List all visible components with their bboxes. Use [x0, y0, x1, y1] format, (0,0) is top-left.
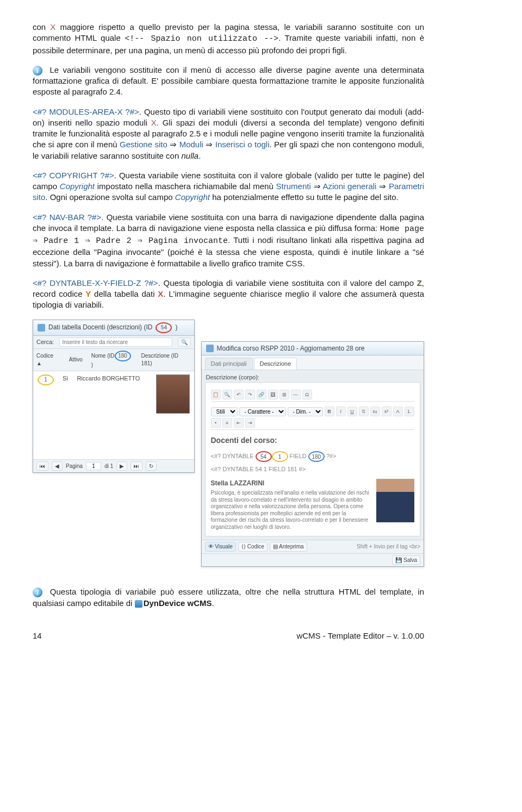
tab-descrizione[interactable]: Descrizione [254, 358, 297, 370]
search-toolbar: Cerca: 🔍 [33, 336, 194, 349]
id-circle-1: 1 [38, 374, 54, 385]
avatar [156, 374, 190, 414]
screenshot-composite: Dati tabella Docenti (descrizioni) (ID 5… [33, 320, 424, 567]
window-titlebar: Dati tabella Docenti (descrizioni) (ID 5… [33, 320, 194, 336]
align-icon[interactable]: ≡ [222, 418, 232, 428]
save-bar: 💾 Salva [202, 553, 424, 567]
rich-text-editor[interactable]: 📋 🔍 ↶ ↷ 🔗 🖼 ⊞ ― Ω Stili - Carattere - - … [205, 382, 421, 536]
paragraph-modules-area: <#? MODULES-AREA-X ?#>. Questo tipo di v… [33, 107, 424, 161]
docente-bio: Psicologa, è specializzata nell'analisi … [211, 490, 371, 530]
size-select[interactable]: - Dim. - [288, 407, 323, 416]
bold-icon[interactable]: B [325, 407, 334, 416]
undo-icon[interactable]: ↶ [234, 390, 244, 399]
editor-hint: Shift + Invio per il tag <br> [357, 543, 420, 551]
next-page-icon[interactable]: ▶ [116, 461, 127, 471]
doc-title-footer: wCMS - Template Editor – v. 1.0.00 [296, 630, 424, 641]
avatar [376, 479, 414, 522]
strike-icon[interactable]: S [359, 407, 369, 416]
underline-icon[interactable]: U [347, 407, 357, 416]
id-circle-180: 180 [115, 351, 131, 361]
info-icon [33, 66, 42, 76]
table-row[interactable]: 1 Sì Riccardo BORGHETTO [33, 371, 194, 459]
outdent-icon[interactable]: ⇤ [234, 418, 244, 428]
prev-page-icon[interactable]: ◀ [52, 461, 63, 471]
page-footer: 14 wCMS - Template Editor – v. 1.0.00 [33, 630, 424, 641]
paragraph-1: con X maggiore rispetto a quello previst… [33, 22, 424, 56]
color-icon[interactable]: A [393, 407, 403, 416]
dyntable-tag-2: <#? DYNTABLE 54 1 FIELD 181 #> [211, 465, 415, 473]
dyndevice-icon [135, 600, 142, 608]
editor-titlebar: Modifica corso RSPP 2010 - Aggiornamento… [202, 342, 424, 355]
refresh-icon[interactable]: ↻ [146, 461, 157, 471]
indent-icon[interactable]: ⇥ [245, 418, 255, 428]
paragraph-navbar: <#? NAV-BAR ?#>. Questa variabile viene … [33, 212, 424, 269]
paragraph-dyntable: <#? DYNTABLE-X-Y-FIELD-Z ?#>. Questa tip… [33, 278, 424, 311]
style-select[interactable]: Stili [211, 407, 238, 416]
paragraph-7: Questa tipologia di variabile può essere… [33, 586, 424, 609]
font-select[interactable]: - Carattere - [239, 407, 286, 416]
edit-icon [206, 345, 214, 352]
image-icon[interactable]: 🖼 [268, 390, 278, 399]
page-number: 14 [33, 630, 42, 641]
char-icon[interactable]: Ω [302, 390, 312, 399]
search-icon[interactable]: 🔍 [178, 338, 191, 347]
field-label: Descrizione (corpo): [202, 370, 424, 382]
dyntable-tag-1: <#? DYNTABLE 541 FIELD 180 ?#> [211, 451, 415, 462]
editor-heading: Docenti del corso: [211, 435, 415, 446]
paste-icon[interactable]: 📋 [211, 390, 221, 399]
window-icon [38, 324, 45, 332]
paragraph-2: Le variabili vengono sostituite con il m… [33, 65, 424, 98]
editor-toolbar-2: Stili - Carattere - - Dim. - B I U S x₂ … [211, 405, 415, 430]
tab-dati-principali[interactable]: Dati principali [205, 358, 253, 370]
info-icon [33, 588, 42, 597]
sup-icon[interactable]: x² [382, 407, 391, 416]
table-icon[interactable]: ⊞ [279, 390, 289, 399]
page-input[interactable] [86, 462, 101, 470]
editor-window: Modifica corso RSPP 2010 - Aggiornamento… [201, 341, 425, 567]
docente-name: Stella LAZZARINI [211, 479, 371, 488]
data-table-window: Dati tabella Docenti (descrizioni) (ID 5… [33, 320, 195, 473]
pagination-bar: ⏮ ◀ Pagina di 1 ▶ ⏭ ↻ [33, 459, 194, 473]
list-ul-icon[interactable]: • [211, 418, 221, 428]
editor-toolbar: 📋 🔍 ↶ ↷ 🔗 🖼 ⊞ ― Ω [211, 388, 415, 402]
search-input[interactable] [59, 338, 172, 347]
editor-footer: 👁 Visuale ⟨⟩ Codice ▤ Anteprima Shift + … [202, 540, 424, 553]
last-page-icon[interactable]: ⏭ [130, 461, 142, 471]
first-page-icon[interactable]: ⏮ [36, 461, 48, 471]
redo-icon[interactable]: ↷ [245, 390, 255, 399]
sub-icon[interactable]: x₂ [370, 407, 380, 416]
italic-icon[interactable]: I [336, 407, 346, 416]
view-visuale-button[interactable]: 👁 Visuale [205, 542, 236, 552]
view-anteprima-button[interactable]: ▤ Anteprima [270, 542, 307, 552]
find-icon[interactable]: 🔍 [222, 390, 232, 399]
list-ol-icon[interactable]: 1. [405, 407, 414, 416]
view-codice-button[interactable]: ⟨⟩ Codice [238, 542, 268, 552]
save-button[interactable]: 💾 Salva [392, 555, 420, 565]
id-circle-54: 54 [156, 322, 172, 333]
paragraph-copyright: <#? COPYRIGHT ?#>. Questa variabile vien… [33, 170, 424, 203]
link-icon[interactable]: 🔗 [257, 390, 266, 399]
table-header: Codice ▲ Attivo Nome (ID180) Descrizione… [33, 349, 194, 371]
hr-icon[interactable]: ― [291, 390, 301, 399]
tab-strip: Dati principali Descrizione [202, 355, 424, 370]
